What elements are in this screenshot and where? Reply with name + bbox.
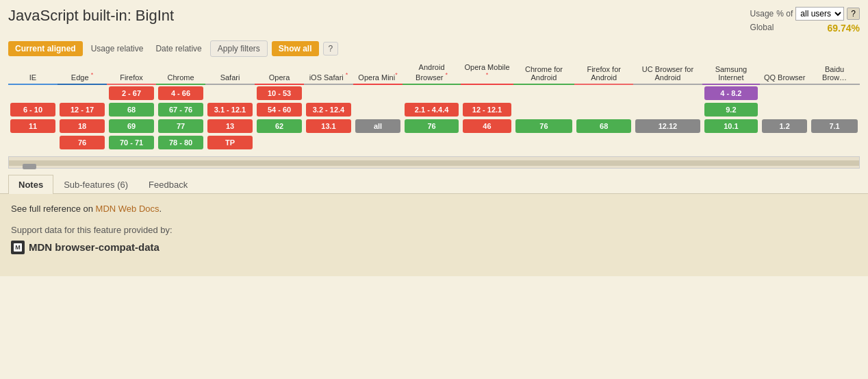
table-cell: 10.1 <box>702 118 761 134</box>
th-opera-mini: Opera Mini* <box>353 61 403 84</box>
table-cell: 76 <box>403 118 461 134</box>
table-row: 6 - 1012 - 176867 - 763.1 - 12.154 - 603… <box>8 101 860 118</box>
tab-subfeatures[interactable]: Sub-features (6) <box>53 175 138 194</box>
percent-of-label: % of <box>776 9 793 19</box>
apply-filters-button[interactable]: Apply filters <box>210 40 268 57</box>
cell-value: 3.1 - 12.1 <box>207 103 253 117</box>
table-cell <box>574 134 633 151</box>
table-cell: 62 <box>255 118 304 134</box>
reference-text: See full reference on <box>11 204 96 214</box>
table-cell: 2 - 67 <box>107 84 156 101</box>
cell-value: 7.1 <box>811 119 858 133</box>
cell-value: 68 <box>109 103 154 117</box>
cell-value <box>811 107 858 112</box>
cell-value: all <box>355 119 400 133</box>
mdn-link[interactable]: MDN Web Docs <box>96 204 159 214</box>
notes-area: See full reference on MDN Web Docs. Supp… <box>0 194 868 276</box>
th-firefox: Firefox <box>107 61 156 84</box>
current-aligned-button[interactable]: Current aligned <box>8 41 83 56</box>
table-cell <box>633 101 702 118</box>
th-ie: IE <box>8 61 58 84</box>
table-cell: 11 <box>8 118 58 134</box>
table-cell: 78 - 80 <box>156 134 205 151</box>
table-cell <box>8 134 58 151</box>
table-cell: 4 - 66 <box>156 84 205 101</box>
table-cell <box>461 84 513 101</box>
cell-value: 77 <box>158 119 203 133</box>
edge-asterisk: * <box>91 71 94 78</box>
cell-value <box>704 140 758 145</box>
tab-feedback[interactable]: Feedback <box>138 175 198 194</box>
cell-value <box>576 90 631 96</box>
cell-value <box>207 90 253 96</box>
cell-value: 2.1 - 4.4.4 <box>405 103 459 117</box>
table-cell <box>353 101 403 118</box>
cell-value: 4 - 66 <box>158 86 203 100</box>
table-cell <box>513 101 574 118</box>
cell-value: 6 - 10 <box>10 103 55 117</box>
table-cell <box>809 101 860 118</box>
mdn-icon: M <box>11 241 25 254</box>
cell-value: 76 <box>405 119 459 133</box>
table-cell <box>633 134 702 151</box>
scrollbar-thumb[interactable] <box>23 164 36 169</box>
cell-value: 67 - 76 <box>158 103 203 117</box>
th-firefox-android: Firefox for Android <box>574 61 633 84</box>
cell-value <box>635 140 700 145</box>
cell-value <box>306 90 351 96</box>
th-chrome: Chrome <box>156 61 205 84</box>
usage-relative-button[interactable]: Usage relative <box>87 41 148 56</box>
browser-header-row: IE Edge * Firefox Chrome Safari Opera iO… <box>8 61 860 84</box>
toolbar-question-button[interactable]: ? <box>323 42 339 56</box>
cell-value <box>635 90 700 96</box>
mdn-icon-svg: M <box>13 243 23 252</box>
th-chrome-android: Chrome for Android <box>513 61 574 84</box>
cell-value <box>515 140 572 145</box>
table-cell <box>633 84 702 101</box>
table-cell: 6 - 10 <box>8 101 58 118</box>
usage-question-button[interactable]: ? <box>847 8 860 20</box>
users-select[interactable]: all users <box>795 7 844 21</box>
cell-value <box>515 107 572 112</box>
cell-value <box>355 107 400 112</box>
cell-value <box>405 90 459 96</box>
cell-value <box>811 140 858 145</box>
toolbar: Current aligned Usage relative Date rela… <box>0 38 868 61</box>
cell-value: 70 - 71 <box>109 136 154 149</box>
table-container: IE Edge * Firefox Chrome Safari Opera iO… <box>0 61 868 151</box>
show-all-button[interactable]: Show all <box>272 41 319 56</box>
table-cell <box>574 101 633 118</box>
table-cell: 12 - 17 <box>58 101 107 118</box>
cell-value: 69 <box>109 119 154 133</box>
table-cell <box>304 84 353 101</box>
date-relative-button[interactable]: Date relative <box>151 41 205 56</box>
scrollbar-track <box>9 160 859 166</box>
opera-mini-asterisk: * <box>395 71 398 78</box>
compat-tbody: 2 - 674 - 6610 - 534 - 8.26 - 1012 - 176… <box>8 84 860 151</box>
table-cell: 3.1 - 12.1 <box>205 101 255 118</box>
mdn-logo: M MDN browser-compat-data <box>11 241 159 254</box>
page-title: JavaScript built-in: BigInt <box>8 7 174 25</box>
cell-value <box>355 140 400 145</box>
cell-value <box>405 140 459 145</box>
th-ios: iOS Safari * <box>304 61 353 84</box>
table-cell: TP <box>205 134 255 151</box>
cell-value: 54 - 60 <box>257 103 302 117</box>
table-cell: 3.2 - 12.4 <box>304 101 353 118</box>
th-samsung: Samsung Internet <box>702 61 761 84</box>
cell-value <box>762 107 807 112</box>
cell-value: 13.1 <box>306 119 351 133</box>
table-cell <box>304 134 353 151</box>
table-cell <box>702 134 761 151</box>
mdn-brand-text: MDN browser-compat-data <box>29 241 159 253</box>
cell-value: 11 <box>10 119 55 133</box>
cell-value: 9.2 <box>704 103 758 117</box>
cell-value: 12 - 17 <box>60 103 105 117</box>
th-opera-mobile: Opera Mobile * <box>461 61 513 84</box>
tab-notes[interactable]: Notes <box>8 175 53 194</box>
table-cell <box>760 101 809 118</box>
page: JavaScript built-in: BigInt Usage % of a… <box>0 0 868 379</box>
cell-value <box>463 90 511 96</box>
horizontal-scrollbar[interactable] <box>8 156 860 169</box>
global-percent: 69.74% <box>828 23 860 34</box>
